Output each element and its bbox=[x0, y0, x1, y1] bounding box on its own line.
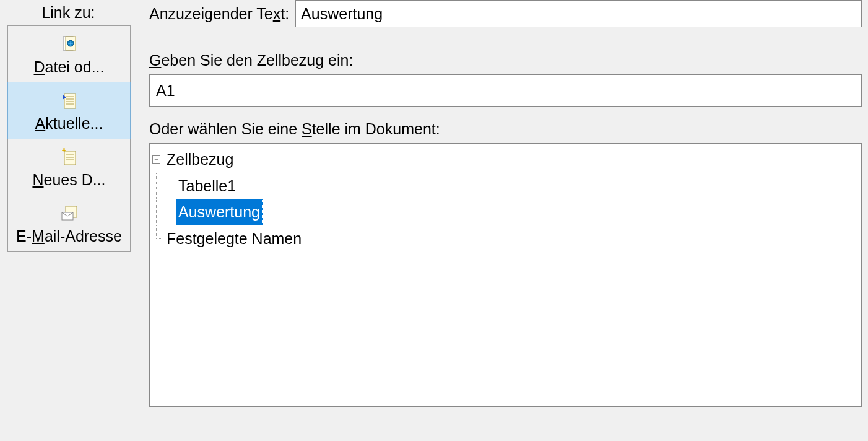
sidebar-title: Link zu: bbox=[0, 1, 137, 25]
sidebar-item-label: Aktuelle... bbox=[35, 115, 103, 133]
tree-child-label[interactable]: Auswertung bbox=[176, 199, 263, 225]
select-place-label: Oder wählen Sie eine Stelle im Dokument: bbox=[149, 120, 862, 138]
email-icon bbox=[59, 204, 79, 224]
display-text-label: Anzuzeigender Text: bbox=[149, 5, 289, 23]
document-place-tree[interactable]: − Zellbezug Tabelle1 Auswertung Festgele… bbox=[149, 143, 862, 407]
tree-child-node[interactable]: Auswertung bbox=[152, 199, 859, 225]
display-text-input[interactable] bbox=[295, 0, 862, 27]
tree-root-label[interactable]: Zellbezug bbox=[164, 146, 236, 173]
sidebar-item-current-document[interactable]: Aktuelle... bbox=[7, 82, 131, 139]
current-document-icon bbox=[59, 91, 79, 111]
sidebar-item-label: E-Mail-Adresse bbox=[16, 227, 122, 245]
tree-child-label[interactable]: Tabelle1 bbox=[176, 173, 238, 199]
link-to-sidebar: Datei od... Aktuelle... bbox=[7, 25, 131, 252]
tree-child-node[interactable]: Tabelle1 bbox=[152, 173, 859, 199]
svg-rect-3 bbox=[64, 94, 76, 108]
cell-reference-label: Geben Sie den Zellbezug ein: bbox=[149, 51, 862, 69]
sidebar-item-label: Neues D... bbox=[32, 171, 105, 189]
new-document-icon bbox=[59, 147, 79, 167]
tree-sibling-node[interactable]: Festgelegte Namen bbox=[152, 225, 859, 252]
svg-rect-8 bbox=[64, 151, 76, 165]
sidebar-item-email-address[interactable]: E-Mail-Adresse bbox=[8, 195, 130, 251]
tree-sibling-label[interactable]: Festgelegte Namen bbox=[164, 225, 304, 252]
sidebar-item-label: Datei od... bbox=[34, 58, 105, 76]
tree-collapse-icon[interactable]: − bbox=[152, 155, 160, 164]
sidebar-item-new-document[interactable]: Neues D... bbox=[8, 139, 130, 195]
sidebar-item-file-or-webpage[interactable]: Datei od... bbox=[8, 26, 130, 82]
tree-root-node[interactable]: − Zellbezug bbox=[152, 146, 859, 173]
file-webpage-icon bbox=[59, 35, 79, 55]
cell-reference-input[interactable] bbox=[149, 74, 862, 107]
divider bbox=[149, 35, 862, 35]
